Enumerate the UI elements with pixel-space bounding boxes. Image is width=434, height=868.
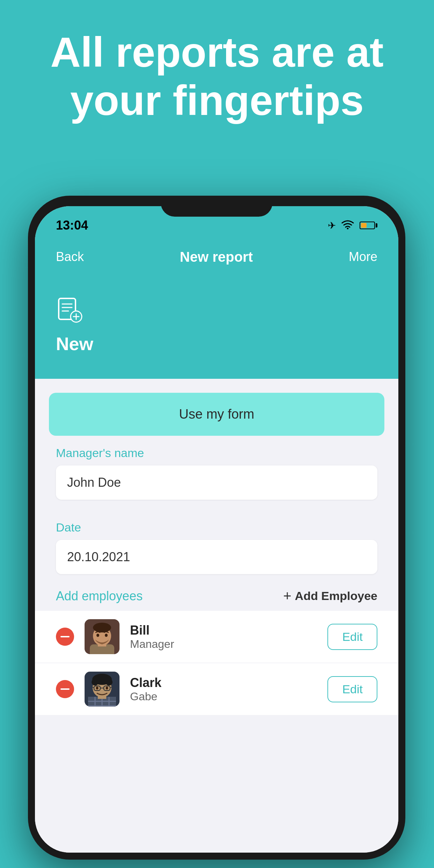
svg-point-26 xyxy=(106,679,113,686)
hero-title: All reports are at your fingertips xyxy=(0,28,434,124)
date-field: Date 20.10.2021 xyxy=(35,510,398,574)
svg-point-33 xyxy=(106,687,108,689)
manager-name-input[interactable]: John Doe xyxy=(56,465,377,500)
nav-bar: Back New report More xyxy=(35,238,398,276)
back-button[interactable]: Back xyxy=(56,249,84,264)
phone-notch xyxy=(161,196,273,217)
status-time: 13:04 xyxy=(56,218,88,233)
phone-frame: 13:04 ✈ xyxy=(28,196,405,860)
header-card: New xyxy=(35,276,398,379)
svg-point-32 xyxy=(96,687,99,689)
svg-point-14 xyxy=(105,634,108,637)
new-report-icon xyxy=(56,297,84,325)
use-my-form-button[interactable]: Use my form xyxy=(49,393,384,436)
employees-header: Add employees + Add Employee xyxy=(35,574,398,611)
edit-employee-button[interactable]: Edit xyxy=(327,676,377,702)
wifi-icon xyxy=(341,219,354,232)
add-employees-label: Add employees xyxy=(56,589,143,603)
date-input[interactable]: 20.10.2021 xyxy=(56,540,377,574)
employee-role: Manager xyxy=(130,638,317,651)
header-label: New xyxy=(56,333,377,354)
svg-point-25 xyxy=(92,679,99,686)
more-button[interactable]: More xyxy=(349,249,377,264)
battery-icon xyxy=(360,222,377,229)
employee-name: Clark xyxy=(130,675,317,690)
minus-icon xyxy=(60,636,70,637)
plus-icon: + xyxy=(283,588,291,604)
bill-avatar-image xyxy=(85,619,120,654)
clark-avatar-image xyxy=(85,672,120,707)
employee-info: Clark Gabe xyxy=(130,675,317,703)
employee-info: Bill Manager xyxy=(130,623,317,651)
content-area: New Use my form Manager's name John Doe … xyxy=(35,276,398,853)
add-employee-label: Add Employee xyxy=(295,589,377,603)
svg-point-13 xyxy=(96,634,99,637)
phone-screen: 13:04 ✈ xyxy=(35,206,398,853)
nav-title: New report xyxy=(180,249,253,265)
remove-employee-button[interactable] xyxy=(56,628,74,646)
manager-name-field: Manager's name John Doe xyxy=(35,436,398,500)
employee-role: Gabe xyxy=(130,690,317,703)
add-employee-button[interactable]: + Add Employee xyxy=(283,588,377,604)
airplane-mode-icon: ✈ xyxy=(328,220,336,231)
manager-name-label: Manager's name xyxy=(56,446,377,460)
svg-point-0 xyxy=(347,227,349,229)
edit-employee-button[interactable]: Edit xyxy=(327,624,377,650)
svg-point-12 xyxy=(93,623,111,632)
avatar xyxy=(85,619,120,654)
minus-icon xyxy=(60,688,70,690)
status-icons: ✈ xyxy=(328,219,377,232)
remove-employee-button[interactable] xyxy=(56,680,74,698)
date-label: Date xyxy=(56,521,377,534)
list-item: Clark Gabe Edit xyxy=(35,663,398,715)
list-item: Bill Manager Edit xyxy=(35,611,398,663)
employee-name: Bill xyxy=(130,623,317,638)
avatar xyxy=(85,672,120,707)
